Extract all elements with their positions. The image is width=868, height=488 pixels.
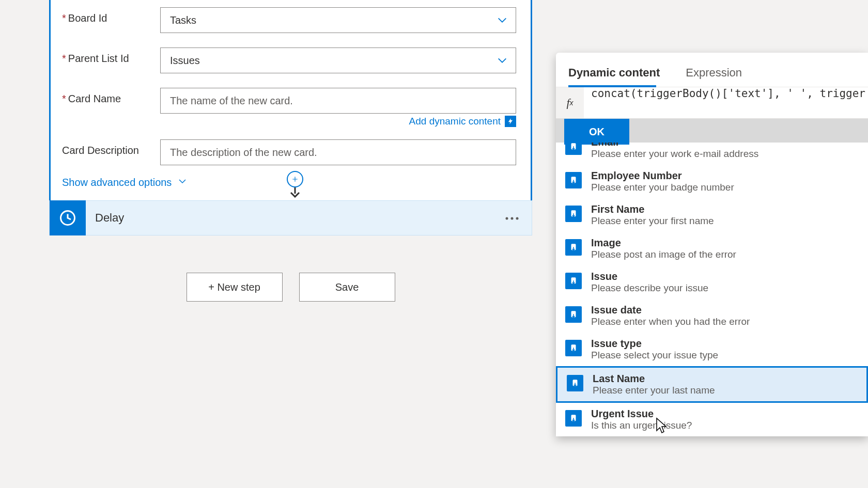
token-title: Issue: [591, 271, 708, 282]
token-title: Issue date: [591, 304, 750, 316]
token-item[interactable]: IssuePlease describe your issue: [556, 265, 868, 299]
token-list[interactable]: EmailPlease enter your work e-mail addre…: [556, 143, 868, 436]
token-desc: Is this an urgent issue?: [591, 420, 692, 431]
input-card-name[interactable]: [160, 88, 516, 114]
lightning-icon: [505, 116, 516, 127]
token-desc: Please enter when you had the error: [591, 316, 750, 327]
token-title: Email: [591, 143, 758, 148]
ok-button[interactable]: OK: [564, 119, 629, 145]
label-card-name: Card Name: [62, 88, 160, 105]
more-menu-button[interactable]: [492, 213, 532, 223]
token-title: Urgent Issue: [591, 408, 692, 420]
token-item[interactable]: Issue typePlease select your issue type: [556, 333, 868, 366]
label-card-desc: Card Description: [62, 139, 160, 156]
new-step-button[interactable]: + New step: [187, 273, 283, 302]
token-title: First Name: [591, 203, 714, 215]
form-icon: [565, 340, 582, 356]
panel-tabs: Dynamic content Expression: [556, 53, 868, 87]
token-desc: Please select your issue type: [591, 350, 718, 361]
tab-dynamic-content[interactable]: Dynamic content: [568, 60, 671, 87]
token-desc: Please enter your badge number: [591, 182, 734, 193]
form-icon: [565, 172, 582, 188]
token-desc: Please enter your first name: [591, 215, 714, 227]
svg-point-2: [511, 217, 514, 220]
token-title: Last Name: [593, 373, 715, 385]
form-icon: [565, 410, 582, 427]
select-board-id[interactable]: Tasks: [160, 7, 516, 33]
delay-action-card[interactable]: Delay: [49, 200, 532, 235]
label-parent-list: Parent List Id: [62, 48, 160, 65]
ok-row: OK: [556, 119, 868, 143]
clock-icon: [50, 200, 86, 235]
form-icon: [565, 206, 582, 222]
row-card-name: Card Name: [51, 81, 531, 116]
form-icon: [565, 273, 582, 289]
token-item[interactable]: Issue datePlease enter when you had the …: [556, 299, 868, 333]
form-icon: [565, 239, 582, 256]
form-icon: [565, 143, 582, 155]
token-item[interactable]: First NamePlease enter your first name: [556, 198, 868, 232]
form-icon: [567, 375, 583, 391]
dynamic-content-link-row: Add dynamic content: [51, 116, 531, 132]
expression-input[interactable]: concat(triggerBody()['text'], ' ', trigg…: [584, 87, 868, 118]
flow-arrow-icon: [288, 187, 302, 200]
token-item[interactable]: EmailPlease enter your work e-mail addre…: [556, 143, 868, 165]
tab-underline: [568, 85, 656, 87]
fx-icon: fx: [556, 87, 584, 118]
select-parent-list[interactable]: Issues: [160, 48, 516, 73]
token-desc: Please describe your issue: [591, 282, 708, 294]
tab-expression[interactable]: Expression: [686, 60, 753, 87]
save-button[interactable]: Save: [299, 273, 395, 302]
add-step-button[interactable]: [287, 171, 303, 187]
form-icon: [565, 306, 582, 323]
add-dynamic-content-link[interactable]: Add dynamic content: [409, 116, 516, 127]
token-title: Image: [591, 237, 736, 249]
token-item[interactable]: Urgent IssueIs this an urgent issue?: [556, 403, 868, 436]
token-desc: Please enter your work e-mail address: [591, 148, 758, 160]
row-parent-list: Parent List Id Issues: [51, 40, 531, 81]
token-desc: Please enter your last name: [593, 385, 715, 396]
token-title: Issue type: [591, 338, 718, 350]
token-title: Employee Number: [591, 170, 734, 182]
token-desc: Please post an image of the error: [591, 249, 736, 260]
token-item[interactable]: Employee NumberPlease enter your badge n…: [556, 165, 868, 198]
button-row: + New step Save: [49, 273, 532, 302]
dynamic-content-panel: Dynamic content Expression fx concat(tri…: [556, 53, 868, 436]
show-advanced-link[interactable]: Show advanced options: [62, 177, 187, 188]
token-item[interactable]: Last NamePlease enter your last name: [556, 366, 868, 403]
fx-bar: fx concat(triggerBody()['text'], ' ', tr…: [556, 87, 868, 119]
label-board-id: Board Id: [62, 7, 160, 24]
delay-title: Delay: [95, 211, 492, 225]
svg-point-1: [506, 217, 508, 220]
token-item[interactable]: ImagePlease post an image of the error: [556, 232, 868, 265]
input-card-desc[interactable]: [160, 139, 516, 165]
row-board-id: Board Id Tasks: [51, 0, 531, 40]
row-card-desc: Card Description: [51, 132, 531, 172]
svg-point-3: [516, 217, 519, 220]
chevron-down-icon: [178, 177, 187, 188]
